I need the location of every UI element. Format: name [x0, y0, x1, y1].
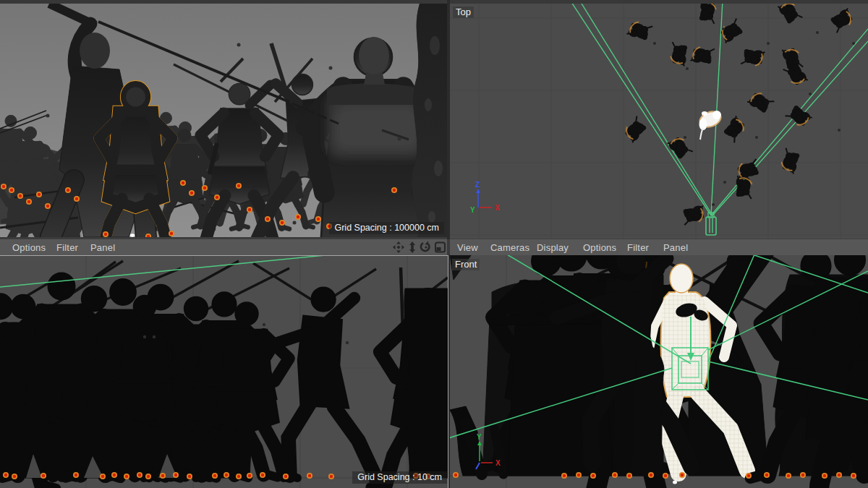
svg-text:Y: Y [470, 206, 475, 214]
svg-text:X: X [495, 459, 501, 467]
svg-text:Z: Z [475, 181, 480, 189]
svg-text:Y: Y [477, 433, 482, 441]
svg-text:X: X [495, 204, 500, 212]
